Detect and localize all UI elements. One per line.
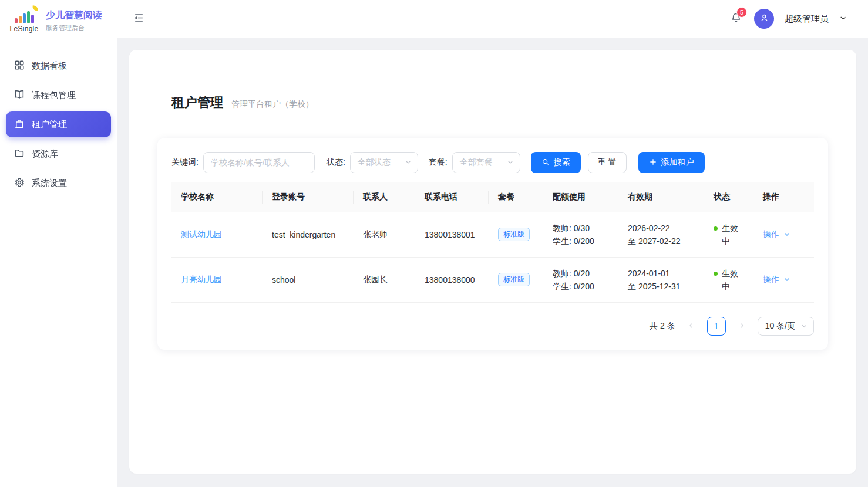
filter-bar: 关键词: 状态: 全部状态 套餐: 全部套餐 搜索 — [171, 152, 814, 173]
phone-cell: 13800138001 — [415, 212, 489, 257]
sidebar-item-tenant-management[interactable]: 租户管理 — [6, 111, 111, 137]
sidebar-item-label: 租户管理 — [32, 119, 67, 130]
sidebar-item-dashboard[interactable]: 数据看板 — [6, 53, 111, 79]
plan-tag: 标准版 — [498, 273, 530, 287]
chevron-down-icon — [783, 275, 790, 285]
brand-subtitle: 服务管理后台 — [46, 23, 102, 32]
current-user-name[interactable]: 超级管理员 — [785, 13, 829, 25]
sidebar-item-label: 课程包管理 — [32, 90, 76, 101]
main-content: 租户管理 管理平台租户（学校） 关键词: 状态: 全部状态 套餐: 全部套餐 — [117, 0, 868, 474]
row-actions-dropdown[interactable]: 操作 — [763, 229, 790, 240]
sidebar-item-label: 数据看板 — [32, 60, 67, 72]
brand-logo: LeSingle 少儿智慧阅读 服务管理后台 — [0, 0, 117, 41]
dashboard-grid-icon — [14, 60, 25, 72]
col-validity: 有效期 — [618, 182, 704, 212]
reset-button[interactable]: 重 置 — [588, 152, 627, 173]
contact-cell: 张园长 — [354, 257, 415, 302]
col-status: 状态 — [704, 182, 753, 212]
col-quota: 配额使用 — [543, 182, 618, 212]
contact-cell: 张老师 — [354, 212, 415, 257]
plus-icon — [649, 158, 657, 168]
status-badge: 生效中 — [722, 267, 738, 293]
notification-bell-button[interactable]: 5 — [728, 11, 743, 26]
pagination-prev-button[interactable] — [684, 319, 699, 334]
top-header: 5 超级管理员 — [117, 0, 868, 38]
notification-badge: 5 — [736, 7, 747, 18]
sidebar-item-resource-library[interactable]: 资源库 — [6, 141, 111, 167]
brand-title: 少儿智慧阅读 — [46, 9, 102, 22]
col-login-account: 登录账号 — [263, 182, 354, 212]
table-header-row: 学校名称 登录账号 联系人 联系电话 套餐 配额使用 有效期 状态 操作 — [171, 182, 814, 212]
sidebar: LeSingle 少儿智慧阅读 服务管理后台 数据看板 课程包管理 租户管理 资… — [0, 0, 117, 487]
validity-cell: 2024-01-01 至 2025-12-31 — [618, 257, 704, 302]
plan-select[interactable]: 全部套餐 — [452, 152, 520, 173]
status-select-value: 全部状态 — [358, 157, 391, 168]
plan-select-value: 全部套餐 — [460, 157, 493, 168]
col-actions: 操作 — [753, 182, 814, 212]
page-size-select[interactable]: 10 条/页 — [758, 317, 814, 336]
chevron-down-icon — [507, 158, 514, 167]
col-phone: 联系电话 — [415, 182, 489, 212]
folder-icon — [14, 148, 25, 160]
plan-tag: 标准版 — [498, 228, 530, 242]
open-book-icon — [14, 89, 25, 102]
status-label: 状态: — [327, 157, 345, 168]
pagination: 共 2 条 1 10 条/页 — [171, 317, 814, 336]
status-cell: 生效中 — [704, 212, 753, 257]
col-plan: 套餐 — [489, 182, 543, 212]
status-select[interactable]: 全部状态 — [350, 152, 418, 173]
pagination-next-button[interactable] — [734, 319, 749, 334]
chevron-right-icon — [738, 321, 745, 332]
phone-cell: 13800138000 — [415, 257, 489, 302]
chevron-left-icon — [688, 321, 695, 332]
avatar[interactable] — [754, 9, 774, 29]
page-subtitle: 管理平台租户（学校） — [231, 99, 314, 110]
bank-building-icon — [14, 119, 25, 131]
status-dot-icon — [714, 272, 718, 276]
tenant-table: 学校名称 登录账号 联系人 联系电话 套餐 配额使用 有效期 状态 操作 测试幼… — [171, 182, 814, 303]
quota-cell: 教师: 0/30 学生: 0/200 — [543, 212, 618, 257]
keyword-input[interactable] — [203, 152, 315, 173]
quota-cell: 教师: 0/20 学生: 0/200 — [543, 257, 618, 302]
sidebar-nav: 数据看板 课程包管理 租户管理 资源库 系统设置 — [0, 41, 117, 196]
chevron-down-icon — [405, 158, 412, 167]
pagination-total: 共 2 条 — [650, 321, 675, 332]
sidebar-collapse-button[interactable] — [132, 12, 146, 26]
login-account-cell: test_kindergarten — [263, 212, 354, 257]
sidebar-item-course-packages[interactable]: 课程包管理 — [6, 82, 111, 108]
status-cell: 生效中 — [704, 257, 753, 302]
col-contact: 联系人 — [354, 182, 415, 212]
chevron-down-icon — [783, 230, 790, 239]
user-menu-chevron-down-icon[interactable] — [839, 13, 847, 24]
sidebar-item-label: 系统设置 — [32, 178, 67, 189]
menu-fold-icon — [133, 12, 144, 26]
search-button[interactable]: 搜索 — [531, 152, 581, 173]
status-badge: 生效中 — [722, 222, 738, 248]
tenant-panel: 关键词: 状态: 全部状态 套餐: 全部套餐 搜索 — [157, 138, 828, 350]
status-dot-icon — [714, 226, 718, 231]
sidebar-item-label: 资源库 — [32, 148, 58, 160]
sidebar-item-system-settings[interactable]: 系统设置 — [6, 170, 111, 196]
school-name-link[interactable]: 测试幼儿园 — [181, 229, 222, 239]
col-school-name: 学校名称 — [171, 182, 263, 212]
user-icon — [759, 13, 769, 25]
logo-wordmark: LeSingle — [9, 25, 38, 33]
gear-icon — [14, 177, 25, 190]
page-card: 租户管理 管理平台租户（学校） 关键词: 状态: 全部状态 套餐: 全部套餐 — [129, 50, 856, 474]
keyword-label: 关键词: — [171, 157, 199, 168]
plan-label: 套餐: — [429, 157, 448, 168]
add-tenant-button[interactable]: 添加租户 — [638, 152, 705, 173]
search-icon — [541, 158, 550, 168]
validity-cell: 2026-02-22 至 2027-02-22 — [618, 212, 704, 257]
page-title: 租户管理 — [171, 94, 223, 111]
login-account-cell: school — [263, 257, 354, 302]
chevron-down-icon — [801, 322, 808, 331]
row-actions-dropdown[interactable]: 操作 — [763, 275, 790, 285]
table-row: 测试幼儿园 test_kindergarten 张老师 13800138001 … — [171, 212, 814, 257]
lesingle-logo-icon: LeSingle — [8, 8, 40, 33]
school-name-link[interactable]: 月亮幼儿园 — [181, 275, 222, 284]
table-row: 月亮幼儿园 school 张园长 13800138000 标准版 教师: 0/2… — [171, 257, 814, 302]
pagination-page-1-button[interactable]: 1 — [707, 317, 726, 336]
